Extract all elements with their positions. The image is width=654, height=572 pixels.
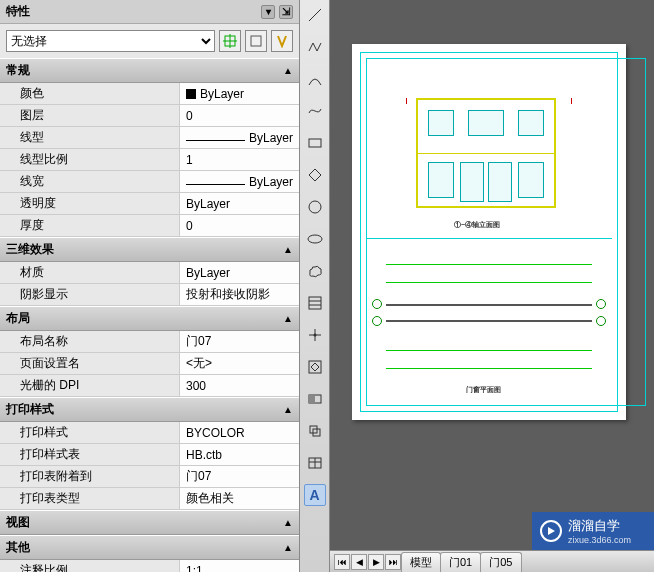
svg-rect-17	[309, 395, 315, 403]
watermark-url: zixue.3d66.com	[568, 535, 631, 545]
point-tool-icon[interactable]	[304, 324, 326, 346]
table-tool-icon[interactable]	[304, 452, 326, 474]
line-tool-icon[interactable]	[304, 4, 326, 26]
rectangle-tool-icon[interactable]	[304, 132, 326, 154]
prop-plottable-value[interactable]: HB.ctb	[180, 444, 299, 465]
play-icon	[540, 520, 562, 542]
section-general[interactable]: 常规▲	[0, 58, 299, 83]
prop-plotattach-value[interactable]: 门07	[180, 466, 299, 487]
hatch-tool-icon[interactable]	[304, 292, 326, 314]
watermark-badge: 溜溜自学 zixue.3d66.com	[532, 512, 654, 550]
chevron-up-icon: ▲	[283, 244, 293, 255]
quick-select-button[interactable]	[219, 30, 241, 52]
tab-layout-05[interactable]: 门05	[480, 552, 521, 572]
spline-tool-icon[interactable]	[304, 100, 326, 122]
properties-list: 常规▲ 颜色ByLayer 图层0 线型ByLayer 线型比例1 线宽ByLa…	[0, 58, 299, 572]
arc-tool-icon[interactable]	[304, 68, 326, 90]
axis-marker	[596, 316, 606, 326]
section-view[interactable]: 视图▲	[0, 510, 299, 535]
elevation-drawing: ①~④轴立面图	[366, 58, 612, 236]
prop-plottype-label: 打印表类型	[0, 488, 180, 509]
svg-rect-5	[309, 139, 321, 147]
section-other[interactable]: 其他▲	[0, 535, 299, 560]
chevron-up-icon: ▲	[283, 313, 293, 324]
prop-annoscale-label: 注释比例	[0, 560, 180, 572]
panel-title: 特性	[6, 3, 30, 20]
axis-marker	[372, 299, 382, 309]
prop-layoutname-label: 布局名称	[0, 331, 180, 352]
polyline-tool-icon[interactable]	[304, 36, 326, 58]
selection-dropdown[interactable]: 无选择	[6, 30, 215, 52]
axis-marker	[372, 316, 382, 326]
revision-cloud-tool-icon[interactable]	[304, 260, 326, 282]
prop-thickness-label: 厚度	[0, 215, 180, 236]
tab-nav: ⏮ ◀ ▶ ⏭	[334, 554, 402, 570]
prop-shadow-label: 阴影显示	[0, 284, 180, 305]
drawing-canvas[interactable]: ①~④轴立面图 门窗平面图	[330, 0, 654, 572]
prop-annoscale-value[interactable]: 1:1	[180, 560, 299, 572]
draw-toolbar: A	[300, 0, 330, 572]
prop-linetype-value[interactable]: ByLayer	[180, 127, 299, 148]
tab-first-icon[interactable]: ⏮	[334, 554, 350, 570]
svg-rect-9	[309, 297, 321, 309]
prop-plotattach-label: 打印表附着到	[0, 466, 180, 487]
plan-drawing: 门窗平面图	[366, 244, 612, 399]
chevron-up-icon: ▲	[283, 542, 293, 553]
viewport-divider	[366, 238, 612, 239]
tab-next-icon[interactable]: ▶	[368, 554, 384, 570]
prop-dpi-label: 光栅的 DPI	[0, 375, 180, 396]
prop-plottype-value[interactable]: 颜色相关	[180, 488, 299, 509]
tab-layout-01[interactable]: 门01	[440, 552, 481, 572]
ellipse-tool-icon[interactable]	[304, 228, 326, 250]
tab-last-icon[interactable]: ⏭	[385, 554, 401, 570]
color-swatch-icon	[186, 89, 196, 99]
prop-linetype-label: 线型	[0, 127, 180, 148]
section-effects[interactable]: 三维效果▲	[0, 237, 299, 262]
prop-color-label: 颜色	[0, 83, 180, 104]
prop-plottable-label: 打印样式表	[0, 444, 180, 465]
gradient-tool-icon[interactable]	[304, 388, 326, 410]
prop-ltscale-label: 线型比例	[0, 149, 180, 170]
insert-block-tool-icon[interactable]	[304, 356, 326, 378]
watermark-brand: 溜溜自学	[568, 517, 631, 535]
select-objects-button[interactable]	[245, 30, 267, 52]
svg-rect-3	[251, 36, 261, 46]
circle-tool-icon[interactable]	[304, 196, 326, 218]
prop-shadow-value[interactable]: 投射和接收阴影	[180, 284, 299, 305]
svg-marker-6	[309, 169, 321, 181]
paper-sheet: ①~④轴立面图 门窗平面图	[352, 44, 626, 420]
line-sample-icon	[186, 140, 245, 141]
panel-menu-icon[interactable]: ▾	[261, 5, 275, 19]
section-plotstyle[interactable]: 打印样式▲	[0, 397, 299, 422]
region-tool-icon[interactable]	[304, 420, 326, 442]
svg-point-8	[308, 235, 322, 243]
tab-prev-icon[interactable]: ◀	[351, 554, 367, 570]
prop-thickness-value[interactable]: 0	[180, 215, 299, 236]
prop-layer-value[interactable]: 0	[180, 105, 299, 126]
prop-lineweight-value[interactable]: ByLayer	[180, 171, 299, 192]
axis-marker	[596, 299, 606, 309]
section-layout[interactable]: 布局▲	[0, 306, 299, 331]
prop-transparency-value[interactable]: ByLayer	[180, 193, 299, 214]
prop-plotstyle-value[interactable]: BYCOLOR	[180, 422, 299, 443]
tab-model[interactable]: 模型	[401, 552, 441, 572]
prop-ltscale-value[interactable]: 1	[180, 149, 299, 170]
prop-dpi-value[interactable]: 300	[180, 375, 299, 396]
chevron-up-icon: ▲	[283, 65, 293, 76]
text-tool-icon[interactable]: A	[304, 484, 326, 506]
prop-layoutname-value[interactable]: 门07	[180, 331, 299, 352]
prop-layer-label: 图层	[0, 105, 180, 126]
panel-pin-icon[interactable]: ⇲	[279, 5, 293, 19]
selection-row: 无选择	[0, 24, 299, 58]
prop-pagesetup-value[interactable]: <无>	[180, 353, 299, 374]
layout-tabs-bar: ⏮ ◀ ▶ ⏭ 模型 门01 门05	[330, 550, 654, 572]
toggle-pickadd-button[interactable]	[271, 30, 293, 52]
polygon-tool-icon[interactable]	[304, 164, 326, 186]
prop-color-value[interactable]: ByLayer	[180, 83, 299, 104]
chevron-up-icon: ▲	[283, 517, 293, 528]
prop-material-label: 材质	[0, 262, 180, 283]
prop-material-value[interactable]: ByLayer	[180, 262, 299, 283]
elevation-title: ①~④轴立面图	[454, 220, 500, 230]
plan-title: 门窗平面图	[466, 385, 501, 395]
svg-point-7	[309, 201, 321, 213]
